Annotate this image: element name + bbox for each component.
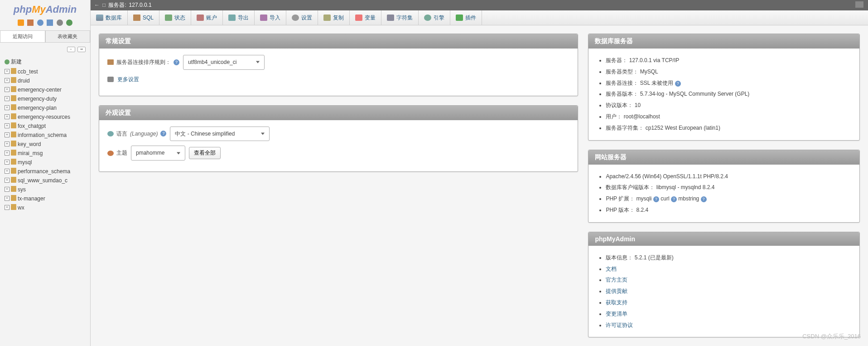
collation-icon — [107, 59, 114, 65]
topmenu-复制[interactable]: 复制 — [318, 10, 350, 25]
expand-icon[interactable]: + — [5, 78, 10, 83]
dbserver-list: 服务器： 127.0.0.1 via TCP/IP 服务器类型： MySQL 服… — [597, 55, 851, 134]
topmenu-导入[interactable]: 导入 — [255, 10, 286, 25]
expand-icon[interactable]: + — [5, 96, 10, 101]
database-item[interactable]: +sql_www_sumdao_c — [3, 177, 90, 184]
help-icon[interactable]: ? — [653, 196, 659, 202]
expand-icon[interactable]: + — [5, 141, 10, 146]
database-item[interactable]: +sys — [3, 186, 90, 193]
expand-icon[interactable]: + — [5, 132, 10, 137]
tm-plugins-icon — [456, 15, 463, 21]
home-icon[interactable] — [18, 19, 24, 26]
gear-icon[interactable] — [57, 19, 63, 26]
pma-link[interactable]: 文档 — [606, 266, 617, 272]
php-version-line: PHP 版本： 8.2.4 — [606, 205, 851, 216]
database-item[interactable]: +druid — [3, 77, 90, 84]
database-item[interactable]: +mirai_msg — [3, 150, 90, 157]
pma-link[interactable]: 变更清单 — [606, 311, 627, 317]
reload-icon[interactable] — [66, 19, 72, 26]
topmenu-label: 复制 — [333, 14, 344, 22]
expand-icon[interactable]: + — [5, 205, 10, 210]
database-item[interactable]: +information_schema — [3, 132, 90, 139]
back-arrow-icon[interactable]: ← — [94, 0, 100, 10]
expand-icon[interactable]: + — [5, 69, 10, 74]
database-item[interactable]: +emergency-center — [3, 86, 90, 93]
database-icon — [11, 124, 16, 128]
pma-link[interactable]: 提供贡献 — [606, 288, 627, 294]
webserver-line: 数据库客户端版本： libmysql - mysqlnd 8.2.4 — [606, 182, 851, 193]
minimize-icon[interactable] — [855, 1, 863, 8]
php-ext: mysqli — [637, 195, 653, 202]
database-item[interactable]: +ccb_test — [3, 68, 90, 75]
topmenu-导出[interactable]: 导出 — [223, 10, 255, 25]
expand-icon[interactable]: + — [5, 87, 10, 92]
breadcrumb-server[interactable]: 127.0.0.1 — [129, 0, 152, 10]
pma-link[interactable]: 许可证协议 — [606, 322, 633, 328]
view-all-themes-button[interactable]: 查看全部 — [189, 147, 221, 159]
collapse-all-icon[interactable]: − — [67, 47, 75, 52]
database-item[interactable]: +emergency-resources — [3, 113, 90, 121]
help-icon[interactable]: ? — [174, 59, 179, 65]
database-item[interactable]: +mysql — [3, 159, 90, 166]
dbserver-row: 用户： root@localhost — [606, 111, 851, 122]
database-icon — [11, 151, 16, 156]
logo[interactable]: phpMyAdmin — [0, 0, 90, 17]
database-item[interactable]: +emergency-plan — [3, 104, 90, 112]
database-icon — [11, 78, 16, 83]
help-icon[interactable]: ? — [671, 196, 677, 202]
navi-settings-icon[interactable] — [47, 19, 53, 26]
pma-version: 版本信息： 5.2.1 (已是最新) — [606, 252, 851, 263]
database-item[interactable]: +wx — [3, 204, 90, 211]
logo-my: My — [32, 4, 46, 15]
database-item[interactable]: +emergency-duty — [3, 95, 90, 102]
topmenu-设置[interactable]: 设置 — [286, 10, 318, 25]
theme-label: 主题 — [116, 148, 127, 158]
tm-db-icon — [96, 15, 103, 21]
database-item[interactable]: +fox_chatgpt — [3, 122, 90, 130]
tab-favorites[interactable]: 表收藏夹 — [45, 30, 91, 42]
expand-icon[interactable]: + — [5, 169, 10, 174]
topmenu-字符集[interactable]: 字符集 — [381, 10, 419, 25]
language-select[interactable]: 中文 - Chinese simplified — [170, 127, 270, 141]
expand-icon[interactable]: + — [5, 178, 10, 183]
topmenu-状态[interactable]: 状态 — [159, 10, 191, 25]
tab-recent[interactable]: 近期访问 — [0, 30, 45, 42]
theme-icon — [107, 151, 114, 156]
topmenu-插件[interactable]: 插件 — [450, 10, 482, 25]
dbserver-row: 协议版本： 10 — [606, 100, 851, 111]
topmenu-SQL[interactable]: SQL — [128, 10, 159, 25]
new-database-link[interactable]: 新建 — [3, 58, 90, 66]
collation-select[interactable]: utf8mb4_unicode_ci — [183, 55, 265, 70]
tm-import-icon — [260, 15, 267, 21]
expand-icon[interactable]: + — [5, 160, 10, 165]
sidebar: phpMyAdmin 近期访问 表收藏夹 − ∞ 新建 +ccb_test+dr… — [0, 0, 91, 346]
php-ext: mbstring — [677, 195, 701, 202]
nav-toggles: − ∞ — [0, 43, 90, 55]
expand-icon[interactable]: + — [5, 114, 10, 119]
topmenu-变量[interactable]: 变量 — [350, 10, 381, 25]
server-icon[interactable] — [27, 19, 34, 26]
database-item[interactable]: +tx-manager — [3, 195, 90, 202]
expand-icon[interactable]: + — [5, 105, 10, 110]
database-item[interactable]: +performance_schema — [3, 168, 90, 175]
expand-icon[interactable]: + — [5, 151, 10, 156]
pma-link[interactable]: 获取支持 — [606, 299, 627, 306]
language-label: 语言 — [116, 129, 127, 139]
database-item[interactable]: +key_word — [3, 141, 90, 148]
expand-icon[interactable]: + — [5, 196, 10, 201]
topmenu-数据库[interactable]: 数据库 — [91, 10, 128, 25]
theme-select[interactable]: pmahomme — [131, 146, 185, 161]
topmenu-引擎[interactable]: 引擎 — [419, 10, 450, 25]
more-settings-link[interactable]: 更多设置 — [117, 74, 139, 85]
pma-link[interactable]: 官方主页 — [606, 277, 627, 283]
expand-icon[interactable]: + — [5, 123, 10, 128]
docs-icon[interactable] — [37, 19, 43, 26]
expand-icon[interactable]: + — [5, 187, 10, 192]
link-icon[interactable]: ∞ — [77, 47, 86, 52]
help-icon[interactable]: ? — [675, 81, 681, 87]
topmenu-账户[interactable]: 账户 — [191, 10, 223, 25]
help-icon[interactable]: ? — [160, 131, 166, 136]
database-name: mysql — [18, 159, 32, 166]
database-name: emergency-plan — [18, 105, 57, 111]
help-icon[interactable]: ? — [701, 196, 707, 202]
